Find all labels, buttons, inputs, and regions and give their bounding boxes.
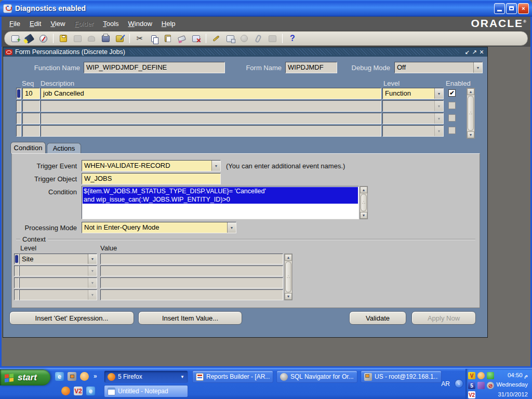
- form-close-icon[interactable]: ×: [478, 48, 485, 56]
- dropdown-arrow-icon[interactable]: ▼: [211, 161, 220, 171]
- level-select[interactable]: ▼: [382, 125, 444, 137]
- taskbar-button-sql-navigator[interactable]: SQL Navigator for Or...: [276, 370, 357, 383]
- record-indicator-cell[interactable]: [16, 125, 21, 137]
- dropdown-arrow-icon[interactable]: ▼: [88, 254, 97, 264]
- cut-icon[interactable]: ✂: [135, 33, 145, 44]
- dropdown-arrow-icon[interactable]: ▼: [473, 62, 482, 73]
- edit-field-icon[interactable]: [211, 33, 221, 44]
- trigger-object-field[interactable]: W_JOBS: [82, 173, 221, 184]
- shield5-blue-icon[interactable]: 5: [468, 382, 475, 389]
- debug-mode-select[interactable]: Off▼: [394, 62, 483, 73]
- description-field[interactable]: job Cancelled: [41, 88, 381, 99]
- firefox-icon[interactable]: [61, 387, 70, 395]
- context-value-field[interactable]: [100, 254, 283, 264]
- processing-mode-select[interactable]: Not in Enter-Query Mode▼: [82, 222, 236, 233]
- seq-field[interactable]: 10: [22, 88, 40, 99]
- context-level-select[interactable]: ▼: [19, 265, 97, 276]
- record-indicator-cell[interactable]: [16, 113, 21, 124]
- dropdown-arrow-icon[interactable]: ▼: [434, 88, 443, 99]
- form-name-field[interactable]: WIPDJMDF: [285, 62, 337, 73]
- scrollbar-thumb[interactable]: [468, 96, 474, 131]
- remote-desktop-icon[interactable]: [68, 372, 76, 381]
- seq-field[interactable]: [22, 113, 40, 124]
- window-help-icon[interactable]: ?: [287, 33, 298, 44]
- scroll-up-icon[interactable]: ▲: [285, 254, 292, 261]
- context-level-select[interactable]: ▼: [19, 289, 97, 300]
- close-button[interactable]: ×: [518, 3, 529, 14]
- insert-item-value-button[interactable]: Insert Item Value...: [138, 311, 242, 325]
- taskbar-button-notepad[interactable]: Untitled - Notepad: [104, 385, 188, 397]
- grid-scrollbar[interactable]: ▲ ▼: [467, 88, 475, 139]
- form-window-titlebar[interactable]: Form Personalizations (Discrete Jobs) ↙ …: [3, 47, 487, 57]
- context-value-field[interactable]: [100, 277, 283, 288]
- tray-day[interactable]: Wednesday: [496, 381, 528, 388]
- ie-icon[interactable]: e: [55, 372, 64, 381]
- enabled-checkbox[interactable]: [448, 127, 456, 134]
- record-indicator-cell[interactable]: [14, 265, 19, 276]
- level-select[interactable]: Function▼: [382, 88, 444, 99]
- grid-app-icon[interactable]: V2: [74, 387, 83, 395]
- antivirus-yellow-icon[interactable]: V: [468, 372, 475, 379]
- minimize-button[interactable]: [494, 3, 505, 14]
- menu-window[interactable]: Window: [124, 19, 157, 29]
- description-field[interactable]: [41, 125, 381, 137]
- menu-tools[interactable]: Tools: [98, 19, 123, 29]
- overflow-chevron-icon[interactable]: »: [94, 373, 97, 380]
- scrollbar-thumb[interactable]: [285, 261, 291, 292]
- clock-orange-icon[interactable]: [477, 372, 485, 379]
- delete-record-icon[interactable]: ✕: [191, 33, 201, 44]
- tab-condition[interactable]: Condition: [10, 142, 46, 153]
- record-indicator-cell[interactable]: [14, 254, 19, 264]
- close-form-icon[interactable]: [114, 33, 125, 44]
- attachments-icon[interactable]: [253, 33, 263, 44]
- tray-date[interactable]: 31/10/2012: [498, 391, 528, 397]
- find-icon[interactable]: [24, 33, 34, 44]
- menu-edit[interactable]: Edit: [25, 19, 46, 29]
- start-button[interactable]: start: [0, 369, 50, 385]
- tab-actions[interactable]: Actions: [47, 143, 81, 153]
- v2-red-icon[interactable]: V2: [468, 391, 475, 398]
- description-field[interactable]: [41, 100, 381, 112]
- save-icon[interactable]: [58, 33, 69, 44]
- sync-clock-icon[interactable]: [80, 372, 89, 381]
- context-value-field[interactable]: [100, 289, 283, 300]
- record-indicator-cell[interactable]: [14, 277, 19, 288]
- description-field[interactable]: [41, 113, 381, 124]
- seq-field[interactable]: [22, 125, 40, 137]
- function-name-field[interactable]: WIP_WIPDJMDF_DEFINE: [84, 62, 225, 73]
- blocked-red-icon[interactable]: ⊘: [487, 382, 494, 389]
- level-select[interactable]: ▼: [382, 113, 444, 124]
- scroll-down-icon[interactable]: ▼: [467, 131, 474, 138]
- scrollbar-thumb[interactable]: [361, 194, 367, 211]
- scroll-down-icon[interactable]: ▼: [285, 293, 292, 300]
- user-green-icon[interactable]: [487, 372, 494, 379]
- scroll-down-icon[interactable]: ▼: [360, 212, 367, 219]
- network-purple-icon[interactable]: [477, 382, 485, 389]
- enabled-checkbox[interactable]: [448, 114, 456, 122]
- taskbar-button-terminal[interactable]: US - root@192.168.1...: [361, 370, 442, 383]
- scroll-up-icon[interactable]: ▲: [467, 88, 474, 95]
- ie-shield-icon[interactable]: e: [86, 387, 95, 395]
- context-value-field[interactable]: [100, 265, 283, 276]
- language-indicator[interactable]: AR: [441, 380, 450, 388]
- tray-clock[interactable]: 04:50 م: [508, 371, 528, 379]
- translations-icon[interactable]: [225, 33, 235, 44]
- clear-record-icon[interactable]: [177, 33, 187, 44]
- print-icon[interactable]: [100, 33, 111, 44]
- validate-button[interactable]: Validate: [349, 311, 406, 325]
- record-indicator-cell[interactable]: [16, 100, 21, 112]
- copy-icon[interactable]: [149, 33, 159, 44]
- new-icon[interactable]: +: [10, 33, 20, 44]
- scroll-up-icon[interactable]: ▲: [360, 187, 367, 193]
- menu-file[interactable]: File: [5, 19, 25, 29]
- form-restore-icon[interactable]: ↗: [471, 49, 478, 56]
- record-indicator-cell[interactable]: [14, 289, 19, 300]
- enabled-checkbox[interactable]: [448, 102, 456, 109]
- context-level-select[interactable]: Site▼: [19, 254, 97, 264]
- menu-help[interactable]: Help: [157, 19, 180, 29]
- app-titlebar[interactable]: Diagnostics enabled ×: [0, 0, 532, 17]
- menu-view[interactable]: View: [46, 19, 70, 29]
- condition-scrollbar[interactable]: ▲ ▼: [360, 186, 368, 219]
- show-navigator-icon[interactable]: [38, 33, 48, 44]
- trigger-event-select[interactable]: WHEN-VALIDATE-RECORD▼: [82, 160, 221, 171]
